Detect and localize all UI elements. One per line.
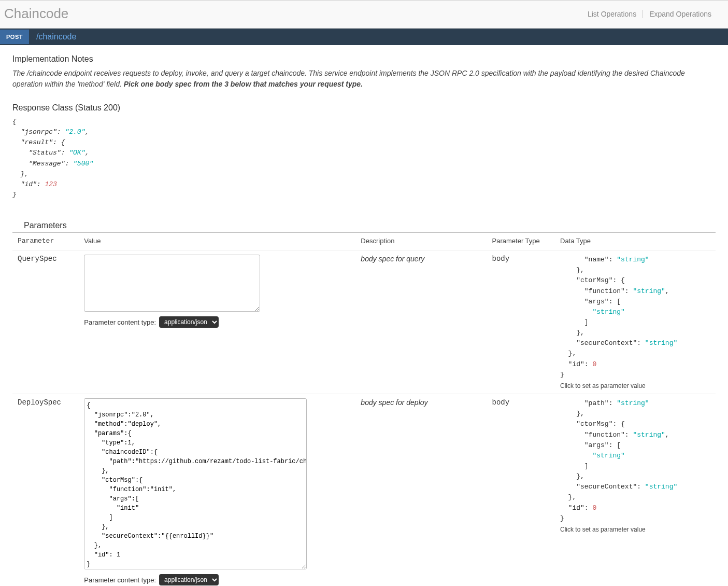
param-value-textarea-deploy[interactable]: [84, 398, 307, 569]
content-type-row: Parameter content type: application/json: [84, 574, 350, 585]
content-area: Implementation Notes The /chaincode endp…: [0, 45, 728, 586]
param-value-cell: Parameter content type: application/json: [79, 250, 355, 394]
notes-bold-text: Pick one body spec from the 3 below that…: [124, 80, 363, 88]
param-value-textarea-query[interactable]: [84, 255, 260, 312]
table-header-row: Parameter Value Description Parameter Ty…: [12, 233, 716, 250]
param-desc-cell: body spec for deploy: [355, 394, 487, 586]
param-datatype-cell: "name": "string" }, "ctorMsg": { "functi…: [555, 250, 716, 394]
parameters-heading: Parameters: [12, 221, 716, 230]
parameters-container: Parameter Value Description Parameter Ty…: [12, 232, 716, 586]
table-row: QuerySpec Parameter content type: applic…: [12, 250, 716, 394]
content-type-label: Parameter content type:: [84, 576, 156, 584]
param-desc-cell: body spec for query: [355, 250, 487, 394]
header-bar: Chaincode List Operations Expand Operati…: [0, 0, 728, 29]
parameters-table: Parameter Value Description Parameter Ty…: [12, 233, 716, 586]
implementation-notes-body: The /chaincode endpoint receives request…: [12, 68, 716, 90]
col-datatype-header: Data Type: [555, 233, 716, 250]
param-type-cell: body: [487, 394, 555, 586]
col-description-header: Description: [355, 233, 487, 250]
datatype-sample-query[interactable]: "name": "string" }, "ctorMsg": { "functi…: [560, 255, 710, 379]
expand-operations-link[interactable]: Expand Operations: [643, 10, 718, 18]
param-type-cell: body: [487, 250, 555, 394]
table-row: DeploySpec Parameter content type: appli…: [12, 394, 716, 586]
content-type-select[interactable]: application/json: [159, 316, 219, 328]
page-title: Chaincode: [4, 6, 68, 22]
content-type-label: Parameter content type:: [84, 318, 156, 326]
datatype-caption[interactable]: Click to set as parameter value: [560, 526, 710, 533]
response-class-heading: Response Class (Status 200): [12, 103, 716, 113]
endpoint-path[interactable]: /chaincode: [29, 32, 76, 41]
datatype-sample-deploy[interactable]: "path": "string" }, "ctorMsg": { "functi…: [560, 398, 710, 523]
param-value-cell: Parameter content type: application/json: [79, 394, 355, 586]
col-value-header: Value: [79, 233, 355, 250]
col-parameter-header: Parameter: [12, 233, 79, 250]
param-name-cell: DeploySpec: [12, 394, 79, 586]
content-type-select[interactable]: application/json: [159, 574, 219, 585]
endpoint-bar[interactable]: POST /chaincode: [0, 29, 728, 45]
response-sample-json: { "jsonrpc": "2.0", "result": { "Status"…: [12, 117, 716, 200]
datatype-caption[interactable]: Click to set as parameter value: [560, 382, 710, 389]
list-operations-link[interactable]: List Operations: [581, 10, 643, 18]
header-actions: List Operations Expand Operations: [581, 10, 718, 18]
param-datatype-cell: "path": "string" }, "ctorMsg": { "functi…: [555, 394, 716, 586]
param-name-cell: QuerySpec: [12, 250, 79, 394]
http-method-badge: POST: [0, 30, 29, 44]
content-type-row: Parameter content type: application/json: [84, 316, 350, 328]
col-paramtype-header: Parameter Type: [487, 233, 555, 250]
implementation-notes-heading: Implementation Notes: [12, 54, 716, 64]
